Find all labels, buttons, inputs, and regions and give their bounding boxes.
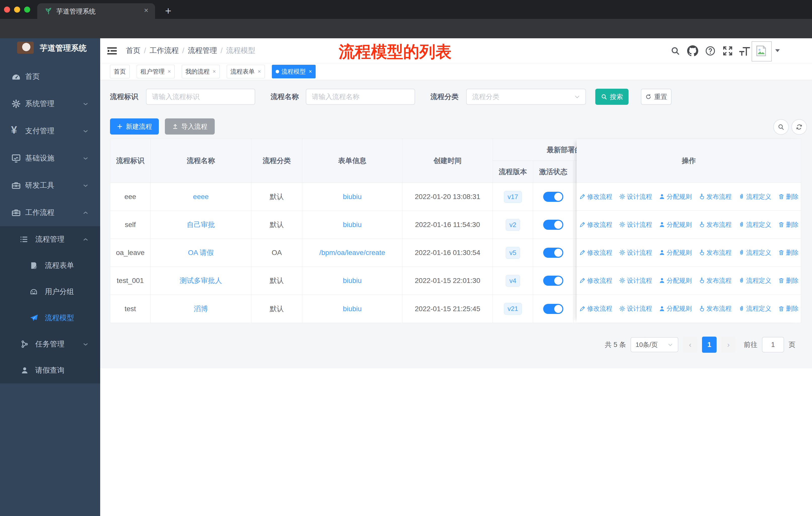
action-label[interactable]: 修改流程 [587, 276, 612, 285]
process-name-link[interactable]: OA 请假 [188, 248, 214, 257]
search-button-label[interactable]: 搜索 [610, 92, 623, 101]
filter-key-input[interactable]: 请输入流程标识 [146, 89, 255, 105]
sidebar-item-label[interactable]: 支付管理 [25, 126, 54, 136]
tag-home[interactable]: 首页 [110, 65, 129, 78]
browser-tab[interactable]: 芋道管理系统 × [37, 3, 155, 19]
form-info-link[interactable]: /bpm/oa/leave/create [319, 249, 385, 257]
process-name-link[interactable]: 测试多审批人 [180, 276, 222, 286]
current-page-button[interactable]: 1 [702, 336, 717, 353]
import-button-label[interactable]: 导入流程 [181, 122, 207, 131]
process-name-link[interactable]: 滔博 [194, 304, 208, 314]
action-label[interactable]: 删除 [786, 192, 799, 201]
process-definition-action[interactable]: 流程定义 [738, 276, 772, 285]
action-label[interactable]: 设计流程 [627, 304, 652, 313]
tag-my-process[interactable]: 我的流程 × [182, 65, 220, 78]
action-label[interactable]: 流程定义 [746, 276, 772, 285]
sidebar-item-label[interactable]: 流程模型 [45, 313, 74, 323]
process-definition-action[interactable]: 流程定义 [738, 192, 772, 201]
prev-page-button[interactable]: ‹ [683, 336, 697, 353]
action-label[interactable]: 发布流程 [706, 304, 732, 313]
breadcrumb-item[interactable]: 首页 [126, 46, 141, 56]
action-label[interactable]: 流程定义 [746, 192, 772, 201]
delete-action[interactable]: 删除 [778, 192, 799, 201]
sidebar-item-infrastructure[interactable]: 基础设施 [0, 145, 100, 172]
sidebar-item-process-model[interactable]: 流程模型 [0, 305, 100, 331]
search-icon[interactable] [670, 46, 680, 56]
sidebar-item-home[interactable]: 首页 [0, 63, 100, 90]
publish-process-action[interactable]: 发布流程 [698, 276, 732, 285]
sidebar-item-label[interactable]: 任务管理 [35, 339, 64, 349]
tab-close-icon[interactable]: × [144, 6, 148, 15]
search-button[interactable]: 搜索 [595, 89, 629, 105]
form-info-link[interactable]: biubiu [343, 305, 362, 313]
page-size-select[interactable]: 10条/页 [631, 337, 678, 352]
table-search-toggle-button[interactable] [773, 119, 789, 135]
sidebar-item-label[interactable]: 请假查询 [35, 365, 64, 375]
sidebar-item-label[interactable]: 基础设施 [25, 153, 54, 163]
version-badge[interactable]: v17 [504, 191, 522, 203]
sidebar-item-label[interactable]: 用户分组 [45, 287, 74, 297]
tag-tenant[interactable]: 租户管理 × [137, 65, 175, 78]
sidebar-item-devtools[interactable]: 研发工具 [0, 172, 100, 199]
macos-minimize-button[interactable] [14, 6, 20, 12]
version-badge[interactable]: v2 [506, 219, 520, 231]
tag-close-icon[interactable]: × [213, 68, 216, 75]
process-definition-action[interactable]: 流程定义 [738, 304, 772, 313]
tag-label[interactable]: 流程模型 [282, 67, 306, 76]
assign-rule-action[interactable]: 分配规则 [659, 220, 692, 229]
tag-label[interactable]: 我的流程 [185, 67, 210, 76]
modify-process-action[interactable]: 修改流程 [579, 220, 612, 229]
new-tab-button[interactable]: ＋ [163, 3, 173, 18]
macos-zoom-button[interactable] [24, 6, 30, 12]
process-name-link[interactable]: 自己审批 [187, 220, 215, 229]
modify-process-action[interactable]: 修改流程 [579, 304, 612, 313]
action-label[interactable]: 修改流程 [587, 220, 612, 229]
process-definition-action[interactable]: 流程定义 [738, 248, 772, 257]
sidebar-item-process-management[interactable]: 流程管理 [0, 226, 100, 252]
publish-process-action[interactable]: 发布流程 [698, 220, 732, 229]
tag-label[interactable]: 首页 [114, 67, 126, 76]
active-state-toggle[interactable] [543, 276, 563, 286]
action-label[interactable]: 发布流程 [706, 248, 732, 257]
delete-action[interactable]: 删除 [778, 248, 799, 257]
action-label[interactable]: 流程定义 [746, 304, 772, 313]
assign-rule-action[interactable]: 分配规则 [659, 304, 692, 313]
breadcrumb-item[interactable]: 工作流程 [149, 46, 179, 56]
sidebar-item-label[interactable]: 系统管理 [25, 99, 54, 109]
reset-button[interactable]: 重置 [641, 89, 671, 105]
form-info-link[interactable]: biubiu [343, 221, 362, 229]
assign-rule-action[interactable]: 分配规则 [659, 248, 692, 257]
macos-close-button[interactable] [4, 6, 10, 12]
sidebar-item-system[interactable]: 系统管理 [0, 90, 100, 117]
collapse-sidebar-icon[interactable] [107, 47, 117, 55]
next-page-button[interactable]: › [721, 336, 736, 353]
design-process-action[interactable]: 设计流程 [619, 248, 652, 257]
form-info-link[interactable]: biubiu [343, 193, 362, 201]
form-info-link[interactable]: biubiu [343, 277, 362, 285]
action-label[interactable]: 分配规则 [667, 276, 692, 285]
action-label[interactable]: 分配规则 [667, 304, 692, 313]
sidebar-item-label[interactable]: 流程表单 [45, 261, 74, 271]
tag-close-icon[interactable]: × [168, 68, 171, 75]
tag-close-icon[interactable]: × [258, 68, 261, 75]
active-state-toggle[interactable] [543, 220, 563, 230]
filter-name-input[interactable]: 请输入流程名称 [306, 89, 415, 105]
tag-label[interactable]: 流程表单 [231, 67, 255, 76]
sidebar-item-leave-query[interactable]: 请假查询 [0, 357, 100, 383]
action-label[interactable]: 分配规则 [667, 220, 692, 229]
action-label[interactable]: 设计流程 [627, 276, 652, 285]
version-badge[interactable]: v5 [506, 247, 520, 259]
version-badge[interactable]: v21 [504, 303, 522, 315]
sidebar-item-label[interactable]: 研发工具 [25, 181, 54, 190]
assign-rule-action[interactable]: 分配规则 [659, 192, 692, 201]
action-label[interactable]: 修改流程 [587, 192, 612, 201]
modify-process-action[interactable]: 修改流程 [579, 248, 612, 257]
avatar[interactable] [752, 41, 772, 61]
tag-process-model[interactable]: 流程模型 × [272, 65, 316, 78]
delete-action[interactable]: 删除 [778, 304, 799, 313]
design-process-action[interactable]: 设计流程 [619, 220, 652, 229]
filter-category-select[interactable]: 流程分类 [466, 89, 586, 105]
sidebar-item-label[interactable]: 流程管理 [35, 234, 64, 244]
tag-process-form[interactable]: 流程表单 × [227, 65, 265, 78]
fullscreen-icon[interactable] [722, 46, 733, 56]
